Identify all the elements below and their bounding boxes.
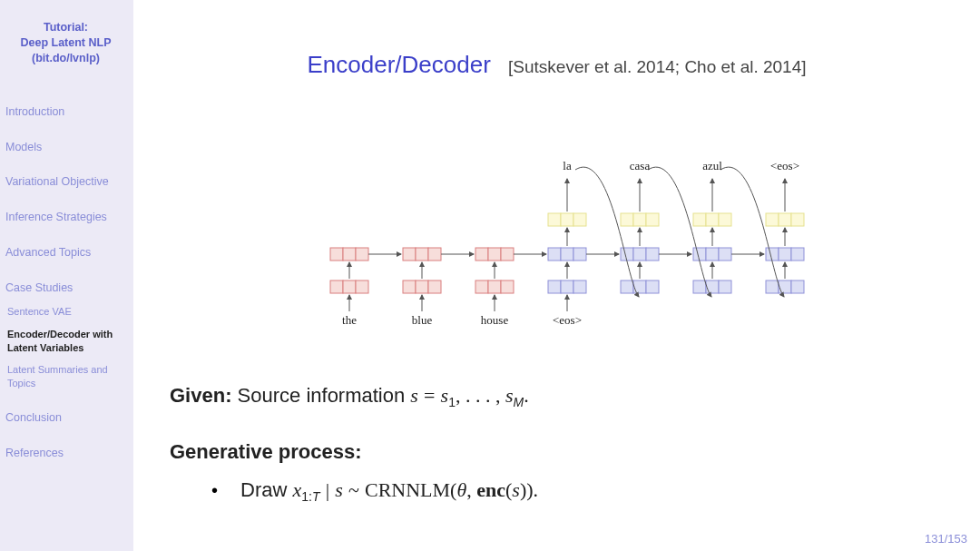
svg-rect-47 (791, 213, 804, 226)
slide-content: Encoder/Decoder [Sutskever et al. 2014; … (133, 0, 980, 551)
diagram-svg: the blue house <eos> la casa azul <eos> (303, 143, 811, 342)
nav-introduction[interactable]: Introduction (5, 104, 126, 120)
svg-rect-43 (706, 280, 719, 293)
svg-rect-27 (621, 213, 633, 226)
svg-rect-22 (561, 248, 573, 261)
svg-rect-40 (706, 248, 719, 261)
nav-sub-latent-summaries[interactable]: Latent Summaries and Topics (5, 363, 126, 390)
svg-rect-48 (766, 248, 779, 261)
svg-rect-31 (633, 248, 646, 261)
slide-title-main: Encoder/Decoder (307, 51, 490, 78)
sidebar: Tutorial: Deep Latent NLP (bit.do/lvnlp)… (0, 0, 133, 551)
svg-rect-30 (621, 248, 633, 261)
svg-rect-24 (548, 280, 561, 293)
nav-variational-objective[interactable]: Variational Objective (5, 174, 126, 190)
svg-rect-20 (573, 213, 586, 226)
svg-rect-2 (356, 248, 368, 261)
svg-rect-10 (416, 280, 428, 293)
svg-rect-8 (428, 248, 441, 261)
svg-rect-18 (548, 213, 561, 226)
svg-rect-26 (573, 280, 586, 293)
slide-body: Given: Source information s = s1, . . . … (170, 384, 944, 505)
svg-rect-21 (548, 248, 561, 261)
svg-rect-13 (488, 248, 501, 261)
vertical-arrows-top (567, 228, 785, 246)
svg-rect-52 (779, 280, 791, 293)
svg-rect-12 (475, 248, 488, 261)
svg-rect-15 (475, 280, 488, 293)
svg-rect-23 (573, 248, 586, 261)
decoder-in-token: <eos> (553, 313, 582, 327)
decoder-out-token: <eos> (770, 159, 799, 172)
encoder-token: blue (411, 313, 432, 327)
svg-rect-50 (791, 248, 804, 261)
nav-sub-sentence-vae[interactable]: Sentence VAE (5, 305, 126, 319)
svg-rect-6 (403, 248, 416, 261)
decoder-out-token: la (563, 159, 572, 172)
vertical-arrows-bottom (349, 262, 785, 279)
output-arrows (567, 179, 785, 212)
nav-advanced-topics[interactable]: Advanced Topics (5, 245, 126, 261)
svg-rect-34 (633, 280, 646, 293)
svg-rect-9 (403, 280, 416, 293)
encoder-token: house (480, 313, 508, 327)
svg-rect-14 (501, 248, 514, 261)
tutorial-title: Tutorial: Deep Latent NLP (bit.do/lvnlp) (5, 20, 126, 66)
svg-rect-46 (779, 213, 791, 226)
svg-rect-49 (779, 248, 791, 261)
svg-rect-3 (330, 280, 343, 293)
title-line: (bit.do/lvnlp) (5, 51, 126, 66)
svg-rect-28 (633, 213, 646, 226)
nav-conclusion[interactable]: Conclusion (5, 410, 126, 426)
svg-rect-0 (330, 248, 343, 261)
svg-rect-19 (561, 213, 573, 226)
encoder-decoder-diagram: the blue house <eos> la casa azul <eos> (170, 143, 944, 342)
svg-rect-42 (693, 280, 706, 293)
svg-rect-37 (706, 213, 719, 226)
svg-rect-36 (693, 213, 706, 226)
svg-rect-11 (428, 280, 441, 293)
generative-bullet: Draw x1:T | s ~ CRNNLM(θ, enc(s)). (211, 478, 944, 504)
page-counter: 131/153 (925, 532, 967, 546)
svg-rect-33 (621, 280, 633, 293)
svg-rect-25 (561, 280, 573, 293)
nav-sub-encoder-decoder[interactable]: Encoder/Decoder with Latent Variables (5, 328, 126, 355)
svg-rect-1 (343, 248, 356, 261)
decoder-out-token: casa (629, 159, 650, 172)
svg-rect-16 (488, 280, 501, 293)
svg-rect-17 (501, 280, 514, 293)
svg-rect-51 (766, 280, 779, 293)
title-line: Tutorial: (5, 20, 126, 35)
slide-title: Encoder/Decoder [Sutskever et al. 2014; … (170, 51, 944, 79)
svg-rect-29 (646, 213, 659, 226)
svg-rect-5 (356, 280, 368, 293)
svg-rect-39 (693, 248, 706, 261)
generative-heading: Generative process: (170, 440, 944, 464)
token-labels: the blue house <eos> la casa azul <eos> (342, 159, 799, 327)
nav-references[interactable]: References (5, 446, 126, 461)
nav-models[interactable]: Models (5, 140, 126, 155)
svg-rect-38 (719, 213, 731, 226)
nav-case-studies[interactable]: Case Studies (5, 280, 126, 296)
title-line: Deep Latent NLP (5, 35, 126, 51)
svg-rect-7 (416, 248, 428, 261)
decoder-out-token: azul (702, 159, 722, 172)
svg-rect-4 (343, 280, 356, 293)
svg-rect-35 (646, 280, 659, 293)
decoder-cells (548, 213, 804, 293)
encoder-token: the (342, 313, 357, 327)
input-arrows (349, 295, 567, 311)
svg-rect-32 (646, 248, 659, 261)
svg-rect-41 (719, 248, 731, 261)
svg-rect-53 (791, 280, 804, 293)
given-line: Given: Source information s = s1, . . . … (170, 384, 944, 409)
nav-inference-strategies[interactable]: Inference Strategies (5, 210, 126, 225)
slide-title-ref: [Sutskever et al. 2014; Cho et al. 2014] (508, 57, 806, 76)
svg-rect-45 (766, 213, 779, 226)
feedback-curves (575, 167, 784, 297)
svg-rect-44 (719, 280, 731, 293)
